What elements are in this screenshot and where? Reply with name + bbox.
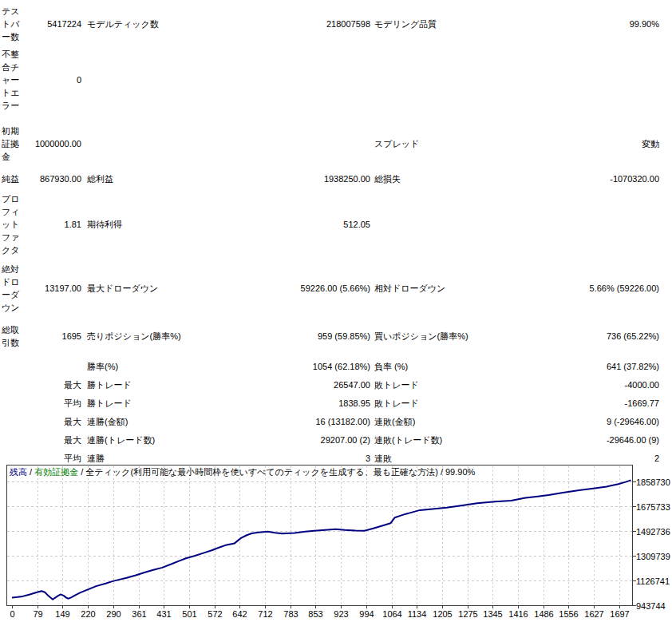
y-axis-tick-label: 1126741 xyxy=(636,576,670,586)
x-axis-tick-label: 79 xyxy=(33,609,42,619)
report-row: 不整合チャートエラー0 xyxy=(2,48,672,112)
x-axis-tick-label: 923 xyxy=(334,609,348,619)
report-row: プロフィットファクタ1.81期待利得512.05 xyxy=(2,192,672,256)
x-axis-tick-label: 290 xyxy=(106,609,121,619)
report-label: 絶対ドローダウン xyxy=(2,263,26,314)
report-value: 641 (37.82%) xyxy=(524,360,672,373)
report-value: 959 (59.85%) xyxy=(233,330,370,343)
report-value: 最大 xyxy=(26,415,83,428)
report-value: 平均 xyxy=(26,397,83,410)
x-axis-tick-label: 1486 xyxy=(534,609,553,619)
report-row: 平均勝トレード1838.95敗トレード-1669.77 xyxy=(2,394,672,412)
report-label: 総損失 xyxy=(370,172,524,185)
report-row: 勝率(%)1054 (62.18%)負率 (%)641 (37.82%) xyxy=(2,357,672,375)
modeling-quality-value: 99.90% xyxy=(445,467,475,477)
report-row: 最大連勝(金額)16 (13182.00)連敗(金額)9 (-29646.00) xyxy=(2,412,672,430)
report-value: -4000.00 xyxy=(524,378,672,391)
balance-chart: 残高 / 有効証拠金 / 全ティック(利用可能な最小時間枠を使いすべてのティック… xyxy=(6,465,672,622)
report-value: -1669.77 xyxy=(524,397,672,410)
x-axis-tick-label: 1205 xyxy=(433,609,452,619)
report-label: 敗トレード xyxy=(370,378,524,391)
report-value: 5417224 xyxy=(26,18,83,30)
report-label: 総利益 xyxy=(83,172,233,185)
balance-line xyxy=(12,480,631,599)
report-value: 最大 xyxy=(26,378,83,391)
report-label: モデリング品質 xyxy=(370,18,524,30)
report-value: 59226.00 (5.66%) xyxy=(233,282,370,295)
report-label: 総取引数 xyxy=(2,323,26,349)
report-value: 1695 xyxy=(26,330,83,343)
x-axis-tick-label: 1345 xyxy=(483,609,502,619)
report-label: 勝トレード xyxy=(83,378,233,391)
report-label: 連勝(金額) xyxy=(83,415,233,428)
report-value: 平均 xyxy=(26,452,83,465)
legend-separator: / xyxy=(27,467,34,477)
report-row: 最大勝トレード26547.00敗トレード-4000.00 xyxy=(2,375,672,394)
x-axis-tick-label: 1697 xyxy=(610,609,629,619)
y-axis-tick-label: 1858730 xyxy=(636,477,670,487)
x-axis-tick-label: 642 xyxy=(232,609,247,619)
report-value: 1.81 xyxy=(26,218,83,231)
y-axis-tick-label: 1675733 xyxy=(636,502,670,512)
report-label: 買いポジション(勝率%) xyxy=(370,330,524,343)
report-label: 連勝(トレード数) xyxy=(83,434,233,446)
report-label: 連勝 xyxy=(83,452,233,465)
y-axis-tick-label: 1309739 xyxy=(636,552,670,561)
x-axis-tick-label: 994 xyxy=(359,609,374,619)
report-value: 5.66% (59226.00) xyxy=(524,282,672,295)
report-label: 連敗 xyxy=(370,452,524,465)
report-row: 純益867930.00総利益1938250.00総損失-1070320.00 xyxy=(2,169,672,188)
report-value: 16 (13182.00) xyxy=(233,415,370,428)
x-axis-tick-label: 0 xyxy=(10,609,14,619)
report-row: 初期証拠金1000000.00スプレッド変動 xyxy=(2,125,672,163)
x-axis-tick-label: 501 xyxy=(182,609,196,619)
report-label: 初期証拠金 xyxy=(2,125,26,163)
x-axis-tick-label: 572 xyxy=(208,609,222,619)
report-value: 1054 (62.18%) xyxy=(233,360,370,373)
report-label: スプレッド xyxy=(370,137,524,150)
report-label: 最大ドローダウン xyxy=(83,282,233,295)
report-value: 1938250.00 xyxy=(233,172,370,185)
report-label: 純益 xyxy=(2,172,26,185)
chart-legend: 残高 / 有効証拠金 / 全ティック(利用可能な最小時間枠を使いすべてのティック… xyxy=(10,466,475,478)
report-value: 1838.95 xyxy=(233,397,370,410)
backtest-report-table: テストバー数5417224モデルティック数218007598モデリング品質99.… xyxy=(0,0,672,467)
report-row: 最大連勝(トレード数)29207.00 (2)連敗(トレード数)-29646.0… xyxy=(2,430,672,449)
x-axis-tick-label: 1275 xyxy=(458,609,477,619)
report-value: 736 (65.22%) xyxy=(524,330,672,343)
report-row: 絶対ドローダウン13197.00最大ドローダウン59226.00 (5.66%)… xyxy=(2,263,672,314)
report-label: 負率 (%) xyxy=(370,360,524,373)
model-description: 全ティック(利用可能な最小時間枠を使いすべてのティックを生成する、最も正確な方法… xyxy=(85,467,437,477)
report-value: 99.90% xyxy=(524,18,672,30)
x-axis-tick-label: 712 xyxy=(258,609,272,619)
report-value: 9 (-29646.00) xyxy=(524,415,672,428)
y-axis-tick-label: 943744 xyxy=(636,601,666,611)
report-row: 総取引数1695売りポジション(勝率%)959 (59.85%)買いポジション(… xyxy=(2,323,672,349)
report-value: 29207.00 (2) xyxy=(233,434,370,446)
balance-curve-plot xyxy=(6,465,672,622)
report-label: 相対ドローダウン xyxy=(370,282,524,295)
report-value: -29646.00 (9) xyxy=(524,434,672,446)
report-value: 26547.00 xyxy=(233,378,370,391)
x-axis-tick-label: 1064 xyxy=(382,609,401,619)
report-label: 連敗(トレード数) xyxy=(370,434,524,446)
report-value: 3 xyxy=(233,452,370,465)
x-axis-tick-label: 1627 xyxy=(584,609,603,619)
x-axis-tick-label: 1556 xyxy=(559,609,578,619)
legend-balance-label: 残高 xyxy=(10,467,27,477)
report-value: 13197.00 xyxy=(26,282,83,295)
x-axis-tick-label: 220 xyxy=(81,609,95,619)
x-axis-tick-label: 431 xyxy=(156,609,171,619)
report-label: モデルティック数 xyxy=(83,18,233,30)
report-value: -1070320.00 xyxy=(524,172,672,185)
legend-separator: / xyxy=(438,467,445,477)
report-value: 218007598 xyxy=(233,18,370,30)
report-value: 1000000.00 xyxy=(26,137,83,150)
y-axis-tick-label: 1492736 xyxy=(636,527,670,537)
report-value: 0 xyxy=(26,73,83,86)
report-value: 867930.00 xyxy=(26,172,83,185)
report-value: 変動 xyxy=(524,137,672,150)
report-label: 売りポジション(勝率%) xyxy=(83,330,233,343)
report-label: 期待利得 xyxy=(83,218,233,231)
report-label: 勝トレード xyxy=(83,397,233,410)
